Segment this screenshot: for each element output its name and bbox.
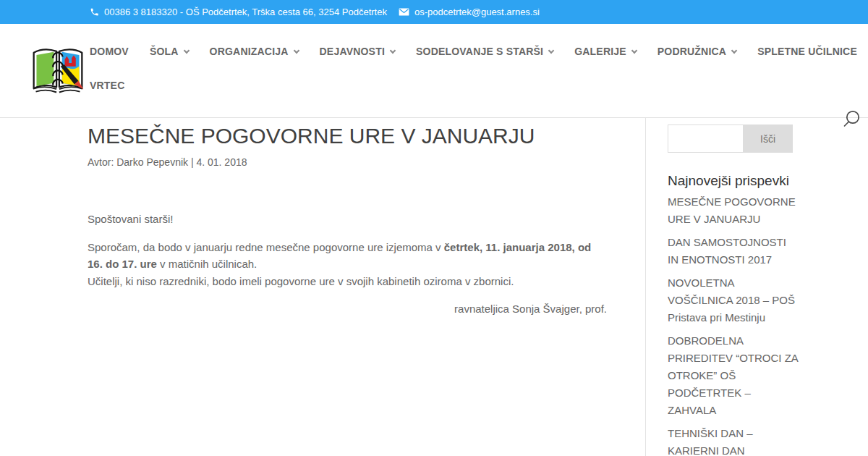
- chevron-down-icon: [631, 47, 637, 53]
- phone-icon: [90, 7, 99, 17]
- phone-contact[interactable]: 00386 3 8183320 - OŠ Podčetrtek, Trška c…: [90, 7, 387, 17]
- recent-post-link[interactable]: DOBRODELNA PRIREDITEV “OTROCI ZA OTROKE”…: [668, 332, 798, 419]
- nav-label: SPLETNE UČILNICE: [757, 46, 857, 58]
- site-header: DOMOV ŠOLA ORGANIZACIJA DEJAVNOSTI SODEL…: [0, 24, 868, 118]
- top-bar: 00386 3 8183320 - OŠ Podčetrtek, Trška c…: [0, 0, 868, 24]
- nav-item-organizacija[interactable]: ORGANIZACIJA: [210, 46, 299, 58]
- nav-item-vrtec[interactable]: VRTEC: [90, 80, 124, 92]
- nav-item-galerije[interactable]: GALERIJE: [574, 46, 637, 58]
- recent-posts-title: Najnovejši prispevki: [668, 173, 789, 189]
- recent-posts-list: MESEČNE POGOVORNE URE V JANUARJU DAN SAM…: [668, 193, 798, 456]
- body-after: v matičnih učilnicah.: [157, 258, 257, 270]
- recent-post-link[interactable]: TEHNIŠKI DAN – KARIERNI DAN: [668, 425, 798, 456]
- sidebar-search-form: Išči: [668, 124, 793, 153]
- post-meta: Avtor: Darko Pepevnik | 4. 01. 2018: [88, 156, 607, 168]
- nav-label: VRTEC: [90, 80, 124, 92]
- nav-label: ORGANIZACIJA: [210, 46, 289, 58]
- phone-text: 00386 3 8183320 - OŠ Podčetrtek, Trška c…: [104, 7, 387, 17]
- nav-item-dejavnosti[interactable]: DEJAVNOSTI: [320, 46, 395, 58]
- nav-label: GALERIJE: [574, 46, 626, 58]
- search-submit-button[interactable]: Išči: [743, 124, 793, 153]
- post-body: Spoštovani starši! Sporočam, da bodo v j…: [88, 211, 607, 318]
- post-signature: ravnateljica Sonja Švajger, prof.: [88, 300, 607, 318]
- nav-label: SODELOVANJE S STARŠI: [416, 46, 543, 58]
- sidebar-divider: [645, 118, 646, 456]
- main-nav-row-2: VRTEC: [90, 80, 124, 92]
- chevron-down-icon: [293, 47, 299, 53]
- chevron-down-icon: [731, 47, 737, 53]
- school-logo[interactable]: [29, 41, 87, 100]
- chevron-down-icon: [183, 47, 189, 53]
- search-icon[interactable]: [842, 109, 861, 129]
- nav-item-podruznica[interactable]: PODRUŽNICA: [658, 46, 736, 58]
- post-article: MESEČNE POGOVORNE URE V JANUARJU Avtor: …: [88, 118, 607, 329]
- nav-label: PODRUŽNICA: [658, 46, 726, 58]
- nav-item-sodelovanje-s-starsi[interactable]: SODELOVANJE S STARŠI: [416, 46, 553, 58]
- search-input[interactable]: [668, 124, 743, 153]
- nav-label: ŠOLA: [150, 46, 179, 58]
- main-nav-row-1: DOMOV ŠOLA ORGANIZACIJA DEJAVNOSTI SODEL…: [90, 46, 857, 58]
- recent-post-link[interactable]: NOVOLETNA VOŠČILNICA 2018 – POŠ Pristava…: [668, 274, 798, 326]
- nav-label: DOMOV: [90, 46, 129, 58]
- post-paragraph: Sporočam, da bodo v januarju redne meseč…: [88, 239, 607, 290]
- post-title: MESEČNE POGOVORNE URE V JANUARJU: [88, 118, 607, 147]
- chevron-down-icon: [548, 47, 554, 53]
- chevron-down-icon: [390, 47, 396, 53]
- email-text: os-podcetrtek@guest.arnes.si: [414, 7, 540, 17]
- email-contact[interactable]: os-podcetrtek@guest.arnes.si: [399, 7, 540, 17]
- nav-label: DEJAVNOSTI: [320, 46, 385, 58]
- body-line2: Učitelji, ki niso razredniki, bodo imeli…: [88, 275, 514, 287]
- nav-item-sola[interactable]: ŠOLA: [150, 46, 189, 58]
- post-greeting: Spoštovani starši!: [88, 211, 607, 228]
- recent-post-link[interactable]: MESEČNE POGOVORNE URE V JANUARJU: [668, 193, 798, 228]
- nav-item-domov[interactable]: DOMOV: [90, 46, 129, 58]
- recent-post-link[interactable]: DAN SAMOSTOJNOSTI IN ENOTNOSTI 2017: [668, 234, 798, 269]
- email-icon: [399, 8, 409, 16]
- nav-item-spletne-ucilnice[interactable]: SPLETNE UČILNICE: [757, 46, 857, 58]
- body-intro: Sporočam, da bodo v januarju redne meseč…: [88, 241, 444, 253]
